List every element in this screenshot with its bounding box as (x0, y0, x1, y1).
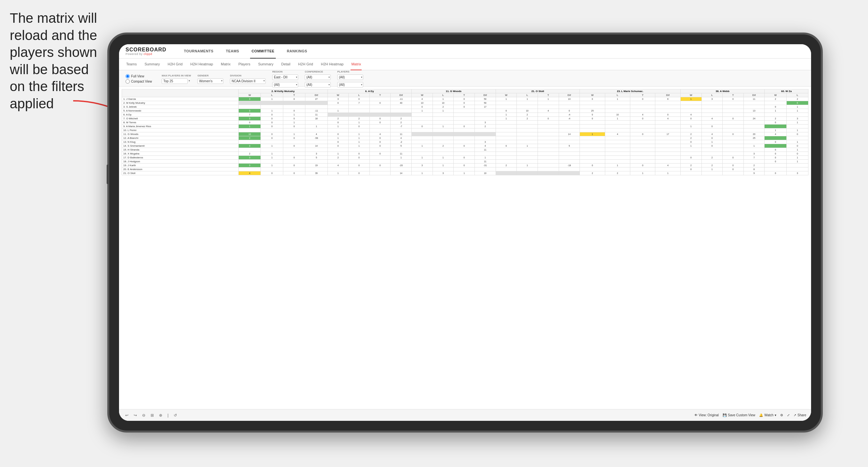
matrix-cell: 1 (680, 97, 702, 101)
matrix-cell (261, 105, 283, 109)
matrix-cell (517, 121, 538, 125)
max-players-select[interactable]: Top 25 Top 10 Top 50 All (162, 79, 188, 84)
nav-committee[interactable]: COMMITTEE (250, 44, 276, 59)
matrix-cell: 4 (605, 132, 630, 136)
matrix-cell (580, 152, 605, 156)
matrix-cell (786, 163, 808, 167)
matrix-cell (454, 160, 475, 163)
matrix-cell: 2 (765, 117, 786, 121)
matrix-cell (517, 140, 538, 144)
refresh-btn[interactable]: ↺ (173, 412, 178, 418)
undo-btn[interactable]: ↩ (124, 412, 130, 418)
matrix-cell: 3 (239, 156, 261, 160)
matrix-cell: 3 (702, 97, 723, 101)
matrix-cell (475, 152, 496, 156)
matrix-cell (496, 132, 517, 136)
division-select[interactable]: NCAA Division II NCAA Division I NCAA Di… (230, 79, 266, 84)
players-sub-select[interactable]: (All) (337, 82, 363, 88)
matrix-cell (630, 167, 655, 172)
matrix-cell (305, 128, 328, 132)
table-row: 5. A Nomrowski310-1111101040251311 (122, 109, 808, 113)
matrix-cell (630, 140, 655, 144)
region-select[interactable]: East - DII (All) West - DII (272, 74, 298, 80)
matrix-cell: 0 (328, 132, 349, 136)
subnav-matrix[interactable]: Matrix (220, 59, 231, 70)
matrix-cell (517, 156, 538, 160)
subnav-h2h-heatmap[interactable]: H2H Heatmap (190, 59, 214, 70)
matrix-cell: 24 (743, 117, 765, 121)
share-btn[interactable]: ↗ Share (794, 413, 806, 417)
matrix-cell (239, 101, 261, 105)
matrix-cell: 1 (328, 136, 349, 140)
view-original-label: View: Original (699, 413, 719, 417)
subnav-summary2[interactable]: Summary (257, 59, 274, 70)
matrix-cell: 1 (412, 156, 433, 160)
matrix-cell (433, 136, 454, 140)
save-custom-btn[interactable]: 💾 Save Custom View (723, 413, 755, 417)
gender-select[interactable]: Women's Men's Both (197, 79, 223, 84)
fit-btn[interactable]: ⊞ (149, 412, 155, 418)
matrix-cell (630, 144, 655, 148)
conference-sub-select[interactable]: (All) (305, 82, 331, 88)
matrix-cell: 0 (630, 132, 655, 136)
matrix-cell (537, 156, 559, 160)
matrix-cell: 0 (328, 101, 349, 105)
matrix-cell: 3 (433, 172, 454, 175)
matrix-cell: 1 (454, 172, 475, 175)
subnav-h2h-heatmap2[interactable]: H2H Heatmap (320, 59, 344, 70)
matrix-cell: 4 (702, 117, 723, 121)
subnav-players[interactable]: Players (238, 59, 251, 70)
view-original-btn[interactable]: 👁 View: Original (694, 413, 719, 417)
share-label: Share (798, 413, 806, 417)
matrix-cell (305, 101, 328, 105)
matrix-cell (743, 113, 765, 117)
view-options-group: Full View Compact View (126, 74, 152, 84)
matrix-cell (261, 101, 283, 105)
subnav-h2h-grid2[interactable]: H2H Grid (298, 59, 314, 70)
subnav-detail[interactable]: Detail (281, 59, 291, 70)
zoom-in-btn[interactable]: ⊕ (158, 412, 163, 418)
region-sub-select[interactable]: (All) (272, 82, 298, 88)
matrix-cell (723, 148, 744, 152)
subnav-teams[interactable]: Teams (126, 59, 137, 70)
watch-btn[interactable]: 🔔 Watch ▾ (759, 413, 776, 417)
compact-view-option[interactable]: Compact View (126, 80, 152, 84)
matrix-cell: 39 (305, 172, 328, 175)
matrix-cell (454, 121, 475, 125)
zoom-out-btn[interactable]: ⊖ (141, 412, 147, 418)
gender-filter: Gender Women's Men's Both (197, 74, 223, 84)
matrix-cell: 1 (433, 97, 454, 101)
matrix-cell: 1 (261, 156, 283, 160)
matrix-cell: 19 (305, 163, 328, 167)
nav-rankings[interactable]: RANKINGS (285, 44, 309, 59)
matrix-cell: 0 (580, 163, 605, 167)
matrix-cell (723, 136, 744, 140)
subnav-h2h-grid[interactable]: H2H Grid (167, 59, 183, 70)
conference-select[interactable]: (All) (305, 74, 331, 80)
matrix-cell (537, 152, 559, 156)
redo-btn[interactable]: ↪ (132, 412, 138, 418)
col-header-ady: 6. A Dy (328, 89, 412, 93)
matrix-cell (580, 140, 605, 144)
full-view-option[interactable]: Full View (126, 74, 152, 79)
subnav-matrix2[interactable]: Matrix (350, 59, 362, 70)
matrix-cell: 0 (537, 117, 559, 121)
expand-btn[interactable]: ⤢ (787, 413, 789, 417)
matrix-container[interactable]: 2. M Kelly Mulcahy 6. A Dy 11. G Woods 2… (119, 87, 811, 409)
matrix-cell (723, 109, 744, 113)
matrix-cell: 0 (786, 152, 808, 156)
matrix-cell: 1 (261, 97, 283, 101)
settings-btn[interactable]: ⚙ (780, 413, 783, 417)
matrix-cell: 10 (433, 101, 454, 105)
matrix-cell (517, 148, 538, 152)
matrix-cell (765, 163, 786, 167)
matrix-cell: 8 (743, 167, 765, 172)
nav-teams[interactable]: TEAMS (224, 44, 240, 59)
players-select[interactable]: (All) (337, 74, 363, 80)
matrix-cell: 0 (680, 167, 702, 172)
matrix-cell (369, 148, 391, 152)
nav-tournaments[interactable]: TOURNAMENTS (183, 44, 215, 59)
matrix-cell: 0 (454, 156, 475, 160)
subnav-summary[interactable]: Summary (144, 59, 160, 70)
matrix-cell: 4 (537, 109, 559, 113)
